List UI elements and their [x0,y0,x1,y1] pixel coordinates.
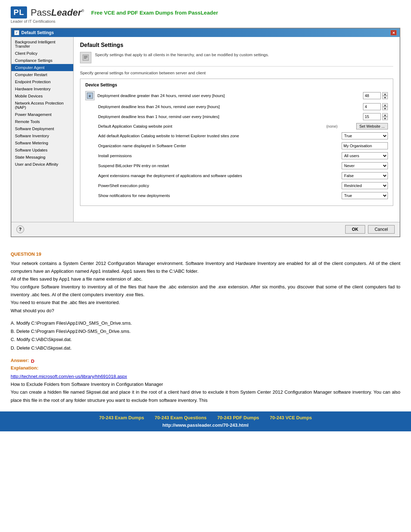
set-website-button[interactable]: Set Website ... [356,123,388,129]
page-header: PL PassLeader® Free VCE and PDF Exam Dum… [0,0,411,28]
setting-icon-0: 🖥 [85,91,95,100]
nav-item-computer-agent[interactable]: Computer Agent [11,64,73,71]
answer-value: D [31,358,34,364]
setting-label-2: Deployment deadline less than 1 hour, re… [98,114,360,119]
dropdown-9[interactable]: Restricted AllSigned Bypass [342,182,388,189]
device-settings-title: Device Settings [85,83,388,87]
nav-item-power-management[interactable]: Power Management [11,111,73,118]
dropdown-8[interactable]: False True [342,172,388,179]
cancel-button[interactable]: Cancel [368,225,395,234]
nav-item-user-device-affinity[interactable]: User and Device Affinity [11,161,73,168]
close-button[interactable]: ✕ [390,30,397,36]
setting-value-7: Never Always [342,162,388,169]
dropdown-10[interactable]: True False [342,192,388,199]
nav-item-software-inventory[interactable]: Software Inventory [11,132,73,139]
nav-item-hardware-inventory[interactable]: Hardware Inventory [11,85,73,92]
ok-button[interactable]: OK [345,225,365,234]
dropdown-6[interactable]: All users Only administrators [342,152,388,159]
header-subtitle: Leader of IT Certifications [11,19,55,23]
svg-text:🖥: 🖥 [88,94,91,98]
spin-up-1[interactable]: ▲ [382,103,388,107]
setting-value-10: True False [342,192,388,199]
explanation-text: http://technet.microsoft.com/en-us/libra… [11,373,400,404]
setting-label-0: Deployment deadline greater than 24 hour… [97,93,360,99]
spin-buttons-2: ▲ ▼ [382,113,388,120]
nav-item-compliance-settings[interactable]: Compliance Settings [11,57,73,64]
setting-row-4: Add default Application Catalog website … [85,132,388,139]
footer-buttons: OK Cancel [345,225,395,234]
footer-url[interactable]: http://www.passleader.com/70-243.html [0,422,411,428]
dialog-window: ✓ Default Settings ✕ Background Intellig… [11,28,400,237]
footer-links: 70-243 Exam Dumps 70-243 Exam Questions … [0,415,411,420]
setting-label-6: Install permissions [98,153,339,159]
options-list: A. Modify C:\Program Files\App1\NO_SMS_O… [11,319,400,352]
setting-row-10: Show notifications for new deployments T… [85,192,388,199]
spin-down-0[interactable]: ▼ [382,96,388,99]
setting-value-3: (none) Set Website ... [326,123,388,129]
spin-buttons-0: ▲ ▼ [382,92,388,99]
dropdown-4[interactable]: True False [342,132,388,139]
footer-link-0[interactable]: 70-243 Exam Dumps [99,415,144,420]
setting-row-5: Organization name displayed in Software … [85,142,388,149]
setting-row-1: Deployment deadline less than 24 hours, … [85,103,388,110]
question-section: QUESTION 19 Your network contains a Syst… [0,244,411,411]
spin-down-2[interactable]: ▼ [382,117,388,120]
setting-label-1: Deployment deadline less than 24 hours, … [98,104,360,110]
org-name-input[interactable] [342,142,388,149]
setting-row-6: Install permissions All users Only admin… [85,152,388,159]
explanation-url[interactable]: http://technet.microsoft.com/en-us/libra… [11,374,127,379]
setting-row-3: Default Application Catalog website poin… [85,123,388,129]
dialog-titlebar: ✓ Default Settings ✕ [11,28,400,37]
setting-row-7: Suspend BitLocker PIN entry on restart N… [85,162,388,169]
footer-link-2[interactable]: 70-243 PDF Dumps [217,415,259,420]
nav-item-remote-tools[interactable]: Remote Tools [11,118,73,125]
section-subtitle: Specify general settings for communicati… [80,71,393,75]
nav-item-software-metering[interactable]: Software Metering [11,139,73,147]
footer-link-1[interactable]: 70-243 Exam Questions [155,415,207,420]
option-b: B. Delete C:\Program Files\App1\NO-SMS_O… [11,327,400,335]
footer-link-3[interactable]: 70-243 VCE Dumps [270,415,312,420]
website-none-text: (none) [326,124,355,128]
setting-value-4: True False [342,132,388,139]
content-header-area: Specify settings that apply to all clien… [80,52,393,66]
left-nav: Background Intelligent Transfer Client P… [11,37,74,222]
nav-item-mobile-devices[interactable]: Mobile Devices [11,92,73,100]
setting-row-2: Deployment deadline less than 1 hour, re… [85,113,388,120]
question-label: QUESTION 19 [11,251,400,257]
setting-value-0: ▲ ▼ [363,92,388,99]
nav-item-client-policy[interactable]: Client Policy [11,50,73,57]
setting-value-8: False True [342,172,388,179]
dialog-icon: ✓ [14,30,19,35]
spin-input-1[interactable] [363,103,381,110]
setting-label-10: Show notifications for new deployments [98,193,339,198]
spin-input-0[interactable] [363,92,381,99]
nav-item-software-deployment[interactable]: Software Deployment [11,125,73,132]
nav-item-network-access[interactable]: Network Access Protection (NAP) [11,100,73,111]
setting-label-7: Suspend BitLocker PIN entry on restart [98,163,339,169]
nav-item-background-intelligent[interactable]: Background Intelligent Transfer [11,38,73,50]
option-c: C. Modify C:\ABC\Skpswi.dat. [11,335,400,344]
setting-value-5 [342,142,388,149]
spin-input-2[interactable] [363,113,381,120]
help-button[interactable]: ? [16,225,24,233]
spin-up-2[interactable]: ▲ [382,113,388,117]
dropdown-7[interactable]: Never Always [342,162,388,169]
nav-item-software-updates[interactable]: Software Updates [11,147,73,154]
spin-buttons-1: ▲ ▼ [382,103,388,110]
content-heading: Default Settings [80,42,393,48]
nav-item-endpoint-protection[interactable]: Endpoint Protection [11,78,73,85]
option-d: D. Delete C:\ABC\Skpswi.dat. [11,344,400,352]
logo-pl: PL [11,6,27,18]
dialog-body: Background Intelligent Transfer Client P… [11,37,400,222]
setting-value-6: All users Only administrators [342,152,388,159]
spin-down-1[interactable]: ▼ [382,107,388,110]
header-tagline: Free VCE and PDF Exam Dumps from PassLea… [91,10,218,16]
question-text: Your network contains a System Center 20… [11,260,400,315]
page-footer: 70-243 Exam Dumps 70-243 Exam Questions … [0,411,411,431]
spin-up-0[interactable]: ▲ [382,92,388,96]
nav-item-computer-restart[interactable]: Computer Restart [11,71,73,78]
setting-row-8: Agent extensions manage the deployment o… [85,172,388,179]
option-a: A. Modify C:\Program Files\App1\NO_SMS_O… [11,319,400,327]
nav-item-state-messaging[interactable]: State Messaging [11,154,73,161]
device-settings-panel: Device Settings 🖥 Deployment deadline gr… [80,79,393,206]
